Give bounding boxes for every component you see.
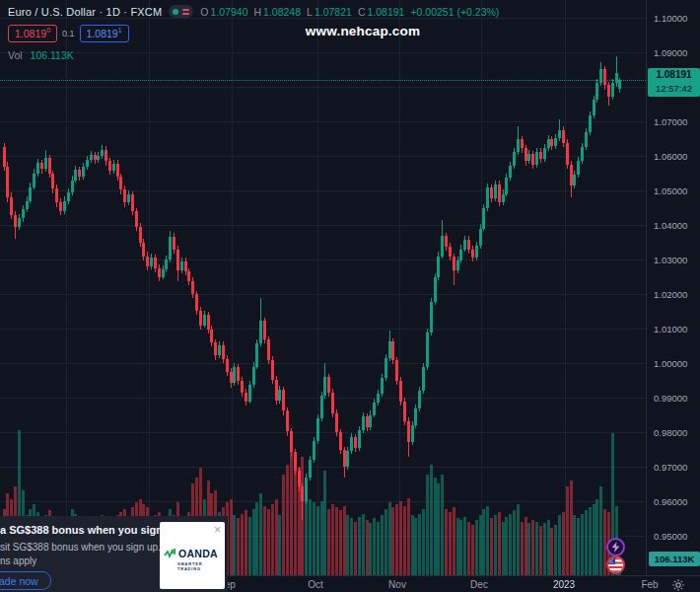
volume-bar <box>335 507 338 575</box>
volume-bar <box>437 483 440 575</box>
candle-body <box>562 130 565 143</box>
candle-body <box>453 257 455 270</box>
time-axis-label: 2023 <box>544 579 584 590</box>
price-axis[interactable]: 1.08191 12:57:42 106.113K 1.100001.09000… <box>646 0 700 575</box>
volume-bar <box>282 475 285 575</box>
ad-trade-now-button[interactable]: ade now <box>0 571 51 590</box>
volume-bar <box>411 515 414 575</box>
volume-bar <box>475 520 478 575</box>
volume-bar <box>366 520 369 575</box>
candle-body <box>441 236 444 256</box>
candle-body <box>309 460 312 478</box>
market-flag-button[interactable] <box>606 555 625 574</box>
spread-value: 0.1 <box>62 29 75 38</box>
market-status-toggle[interactable] <box>169 5 193 18</box>
volume-bar <box>350 518 353 575</box>
volume-bar <box>517 504 520 575</box>
candle-body <box>471 250 474 259</box>
candles <box>3 56 622 521</box>
candle-body <box>494 185 497 198</box>
boost-lightning-button[interactable] <box>606 538 625 556</box>
candle-body <box>430 302 433 333</box>
oanda-logo-card[interactable]: OANDA SMARTER TRADING × <box>160 522 225 589</box>
volume-bar <box>471 525 474 575</box>
volume-bar <box>339 510 342 575</box>
candle-body <box>543 148 546 159</box>
candle-body <box>169 237 172 259</box>
candle-body <box>237 367 240 380</box>
candle-body <box>346 451 349 467</box>
current-price-badge: 1.08191 12:57:42 <box>648 68 700 97</box>
candle-body <box>573 175 576 185</box>
candle-body <box>426 333 429 367</box>
candle-body <box>407 421 410 442</box>
candle-body <box>585 132 588 147</box>
candle-body <box>395 360 398 380</box>
candlestick-chart-canvas[interactable] <box>0 0 646 575</box>
volume-bar <box>570 481 573 575</box>
open-value: 1.07940 <box>211 6 248 18</box>
volume-bar <box>320 501 323 575</box>
candle-body <box>331 393 334 413</box>
candle-body <box>593 100 595 114</box>
volume-bar <box>498 512 501 575</box>
ad-headline: a SG$388 bonus when you sign up. <box>0 524 158 536</box>
volume-bar <box>456 518 459 575</box>
candle-body <box>527 154 530 161</box>
candle-body <box>403 402 406 421</box>
volume-bar <box>414 518 417 575</box>
candle-body <box>146 257 149 267</box>
candle-body <box>385 358 387 378</box>
candle-body <box>459 250 462 260</box>
candle-body <box>230 372 233 384</box>
candle-body <box>241 381 244 393</box>
volume-bar <box>407 498 410 575</box>
bid-price-button[interactable]: 1.08190 <box>8 25 57 42</box>
candle-body <box>615 73 618 83</box>
candle-body <box>570 165 573 185</box>
ask-price-button[interactable]: 1.08191 <box>80 25 129 42</box>
gridlines <box>0 0 646 575</box>
axis-settings-gear-icon[interactable] <box>671 578 685 592</box>
symbol-title[interactable]: Euro / U.S. Dollar · 1D · FXCM <box>8 6 162 18</box>
candle-body <box>486 187 489 208</box>
candle-body <box>51 174 54 188</box>
candle-body <box>259 321 262 342</box>
candle-body <box>139 227 142 243</box>
candle-body <box>162 269 165 277</box>
volume-bar <box>490 518 493 575</box>
candle-body <box>44 158 47 170</box>
candle-body <box>531 154 534 165</box>
candle-body <box>63 201 66 212</box>
candle-body <box>343 450 346 467</box>
volume-bar <box>385 509 387 575</box>
volume-axis-badge: 106.113K <box>649 552 700 566</box>
ad-close-icon[interactable]: × <box>212 522 223 538</box>
candle-body <box>479 229 482 247</box>
volume-bar <box>391 507 394 575</box>
volume-bar <box>573 515 576 575</box>
price-axis-label: 1.06000 <box>654 151 687 162</box>
price-axis-label: 1.05000 <box>654 185 687 196</box>
candle-body <box>305 478 308 501</box>
volume-bar <box>513 510 516 575</box>
price-axis-label: 1.00000 <box>654 358 687 369</box>
candle-body <box>509 166 512 178</box>
candle-body <box>10 197 13 215</box>
candle-body <box>399 381 402 402</box>
candle-body <box>388 341 391 357</box>
volume-bar <box>449 512 452 575</box>
bar-countdown: 12:57:42 <box>648 82 700 96</box>
candle-body <box>547 139 550 148</box>
candle-body <box>354 437 357 448</box>
candle-body <box>108 161 111 170</box>
candle-body <box>414 408 417 425</box>
volume-bar <box>248 517 251 575</box>
candle-body <box>105 150 107 162</box>
volume-bar <box>316 506 319 575</box>
volume-bar <box>426 475 429 575</box>
candle-body <box>176 250 179 271</box>
candle-body <box>101 150 104 156</box>
time-axis-label: Dec <box>459 579 499 590</box>
candle-body <box>123 189 126 202</box>
